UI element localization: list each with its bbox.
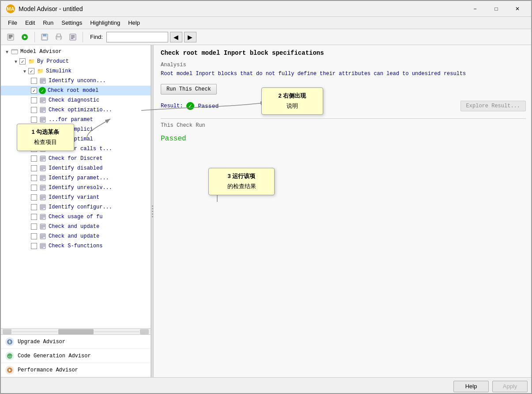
upgrade-advisor-btn[interactable]: Upgrade Advisor (1, 335, 151, 349)
list-item[interactable]: Identify unconn... (1, 76, 151, 86)
root-icon (11, 48, 19, 56)
checkbox-opt[interactable] (31, 107, 37, 113)
menu-file[interactable]: File (4, 18, 21, 27)
svg-rect-8 (57, 38, 60, 40)
list-item[interactable]: Identify variant (1, 193, 151, 202)
passed-result-text: Passed (161, 131, 526, 146)
check-item-icon-5 (39, 116, 47, 124)
list-item[interactable]: ✓ Check root model (1, 86, 151, 95)
analysis-label: Analysis (161, 62, 526, 68)
item-label-4: Check optimizatio... (49, 107, 112, 113)
check-item-icon-12 (39, 184, 47, 192)
list-item[interactable]: Check optimizatio... (1, 105, 151, 115)
minimize-button[interactable]: − (465, 3, 485, 15)
checkbox-sfunc[interactable] (31, 243, 37, 249)
find-input[interactable] (106, 32, 168, 42)
list-item[interactable]: Check and update (1, 231, 151, 241)
toolbar-print-btn[interactable] (53, 31, 65, 43)
checkbox-update1[interactable] (31, 224, 37, 230)
menu-run[interactable]: Run (39, 18, 57, 27)
checkbox-discret[interactable] (31, 155, 37, 162)
checkbox-simulink[interactable] (28, 68, 34, 74)
folder-icon-simulink: 📁 (36, 67, 44, 75)
apply-button[interactable]: Apply (492, 381, 528, 392)
check-item-icon-16 (39, 223, 47, 231)
resize-dots (152, 205, 153, 217)
checkbox-by-product[interactable] (19, 58, 26, 64)
checkbox-configur[interactable] (31, 204, 37, 210)
list-item[interactable]: Identify configur... (1, 202, 151, 212)
list-item[interactable]: Check usage of fu (1, 212, 151, 222)
run-check-button[interactable]: Run This Check (161, 84, 217, 95)
tree-by-product[interactable]: ▼ 📁 By Product (1, 57, 151, 66)
menu-edit[interactable]: Edit (22, 18, 38, 27)
result-pass-icon: ✓ (186, 102, 194, 110)
item-label-13: Identify variant (49, 194, 99, 201)
checkbox-variant[interactable] (31, 194, 37, 201)
nav-back-btn[interactable]: ◀ (170, 32, 182, 42)
list-item[interactable]: Identify paramet... (1, 173, 151, 183)
toolbar-new-btn[interactable] (4, 31, 17, 43)
list-item[interactable]: ...for paramet (1, 115, 151, 125)
item-label-12: Identify unresolv... (49, 185, 112, 191)
checkbox-param[interactable] (31, 117, 37, 123)
performance-advisor-btn[interactable]: Performance Advisor (1, 363, 151, 377)
window-title: Model Advisor - untitled (19, 5, 83, 12)
svg-rect-4 (43, 34, 46, 36)
check-item-icon-10 (39, 164, 47, 172)
horizontal-scrollbar[interactable] (1, 328, 151, 334)
nav-forward-btn[interactable]: ▶ (184, 32, 196, 42)
checkbox-update2[interactable] (31, 233, 37, 239)
toolbar-separator-2 (83, 32, 83, 42)
list-item[interactable]: Check and update (1, 222, 151, 231)
svg-rect-14 (11, 50, 18, 54)
check-item-icon-9 (39, 155, 47, 163)
tooltip-1-text: 检查项目 (23, 138, 68, 147)
check-item-icon-4 (39, 106, 47, 114)
list-item[interactable]: Check diagnostic (1, 95, 151, 105)
codegen-icon: </> (5, 352, 14, 360)
tree-area[interactable]: ▼ Model Advisor ▼ 📁 By Product ▼ (1, 45, 151, 328)
list-item[interactable]: Check for Discret (1, 154, 151, 163)
checkbox-unresolv[interactable] (31, 185, 37, 191)
check-root-label: Check root model (48, 87, 98, 94)
toolbar-save-btn[interactable] (38, 31, 51, 43)
maximize-button[interactable]: □ (486, 3, 506, 15)
check-item-icon-15 (39, 213, 47, 221)
codegen-label: Code Generation Advisor (18, 353, 91, 359)
list-item[interactable]: Check S-functions (1, 241, 151, 251)
item-label-11: Identify paramet... (49, 175, 109, 181)
bottom-buttons: Upgrade Advisor </> Code Generation Advi… (1, 334, 151, 377)
checkbox-paramet2[interactable] (31, 175, 37, 181)
tree-root[interactable]: ▼ Model Advisor (1, 47, 151, 57)
list-item[interactable]: Identify unresolv... (1, 183, 151, 193)
checkbox-identify-unconn[interactable] (31, 78, 37, 84)
menu-help[interactable]: Help (125, 18, 143, 27)
checkbox-check-root[interactable] (31, 87, 37, 94)
help-button[interactable]: Help (453, 381, 489, 392)
check-item-icon-18 (39, 242, 47, 250)
analysis-text: Root model Inport blocks that do not ful… (161, 70, 526, 78)
explore-result-button[interactable]: Explore Result... (460, 101, 526, 111)
checkbox-diag[interactable] (31, 97, 37, 103)
code-gen-advisor-btn[interactable]: </> Code Generation Advisor (1, 349, 151, 363)
root-label: Model Advisor (20, 49, 62, 55)
tooltip-3-text: 的检查结果 (214, 182, 269, 191)
right-content: Check root model Inport block specificat… (154, 45, 532, 377)
list-item[interactable]: Identify disabled (1, 163, 151, 173)
close-button[interactable]: ✕ (507, 3, 528, 15)
checkbox-disabled[interactable] (31, 165, 37, 171)
menu-settings[interactable]: Settings (58, 18, 86, 27)
app-icon: MA (6, 4, 15, 13)
item-label-14: Identify configur... (49, 204, 112, 210)
result-label: Result: (161, 103, 183, 109)
item-label-3: Check diagnostic (49, 97, 99, 103)
simulink-label: Simulink (46, 68, 72, 74)
checkbox-usage[interactable] (31, 214, 37, 220)
menu-highlighting[interactable]: Highlighting (87, 18, 124, 27)
item-label-18: Check S-functions (49, 243, 102, 249)
toolbar-run-btn[interactable] (19, 31, 31, 43)
bottom-bar: Help Apply (1, 377, 532, 394)
toolbar-settings-btn[interactable] (67, 31, 79, 43)
tree-simulink[interactable]: ▼ 📁 Simulink (1, 66, 151, 76)
